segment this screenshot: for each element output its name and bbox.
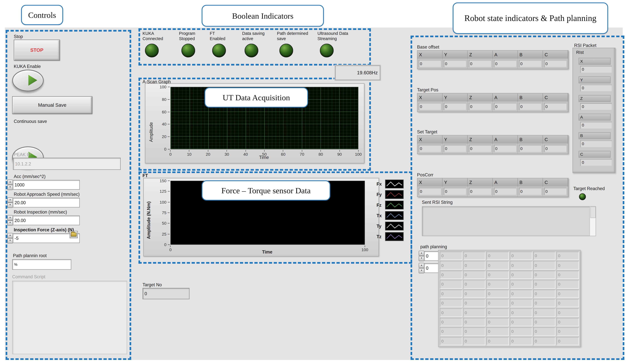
- axis-header: A: [493, 94, 518, 101]
- path-planning-cell[interactable]: 0: [533, 270, 556, 279]
- path-planning-cell[interactable]: 0: [533, 280, 556, 289]
- path-planning-cell[interactable]: 0: [510, 337, 532, 345]
- axis-value-cell: 0: [468, 186, 493, 197]
- path-planning-cell[interactable]: 0: [440, 270, 462, 279]
- path-planning-cell[interactable]: 0: [486, 289, 509, 298]
- path-planning-cell[interactable]: 0: [463, 318, 486, 326]
- path-planning-cell[interactable]: 0: [463, 280, 486, 289]
- indicator-label: Ultrasound DataStreaming: [317, 31, 360, 42]
- target-pos-label: Target Pos: [417, 87, 438, 92]
- path-planning-cell[interactable]: 0: [556, 261, 579, 269]
- path-planning-cell[interactable]: 0: [533, 337, 556, 345]
- path-planning-cell[interactable]: 0: [440, 327, 462, 336]
- legend-label: Tz: [377, 234, 383, 239]
- legend-item-Fz[interactable]: Fz: [377, 200, 408, 209]
- axis-value-cell: 0: [543, 186, 568, 197]
- path-planning-cell[interactable]: 0: [556, 327, 579, 336]
- path-planning-cell[interactable]: 0: [440, 318, 462, 326]
- axis-value-cell: 0: [493, 144, 518, 154]
- path-planning-cell[interactable]: 0: [440, 289, 462, 298]
- legend-item-Fy[interactable]: Fy: [377, 190, 408, 199]
- path-planning-cell[interactable]: 0: [463, 308, 486, 317]
- path-planning-cell[interactable]: 0: [510, 270, 532, 279]
- path-planning-cell[interactable]: 0: [463, 337, 486, 345]
- path-planning-cell[interactable]: 0: [463, 327, 486, 336]
- spinner-down-icon[interactable]: ▼: [419, 256, 424, 261]
- path-planning-cell[interactable]: 0: [486, 318, 509, 326]
- axis-header: Z: [468, 51, 493, 59]
- path-planning-cell[interactable]: 0: [533, 261, 556, 269]
- path-planning-cell[interactable]: 0: [463, 251, 486, 260]
- path-planning-cell[interactable]: 0: [486, 270, 509, 279]
- path-planning-cell[interactable]: 0: [440, 337, 462, 345]
- path-planning-cell[interactable]: 0: [486, 251, 509, 260]
- target-reached-led-icon: [579, 193, 586, 200]
- path-planning-cell[interactable]: 0: [556, 280, 579, 289]
- rsi-axis-value: 0: [580, 140, 612, 147]
- path-planning-cell[interactable]: 0: [486, 337, 509, 345]
- scrollbar[interactable]: [589, 207, 596, 236]
- path-planning-cell[interactable]: 0: [533, 318, 556, 326]
- path-planning-cell[interactable]: 0: [510, 261, 532, 269]
- path-planning-cell[interactable]: 0: [533, 299, 556, 307]
- path-planning-cell[interactable]: 0: [556, 318, 579, 326]
- path-planning-cell[interactable]: 0: [486, 308, 509, 317]
- rsi-axis-value: 0: [580, 103, 612, 110]
- path-planning-cell[interactable]: 0: [440, 251, 462, 260]
- path-planning-cell[interactable]: 0: [510, 299, 532, 307]
- rsi-axis-value: 0: [580, 159, 612, 166]
- spinner-up-icon[interactable]: ▲: [419, 263, 424, 268]
- boolean-indicator: Path determinedsave: [277, 31, 317, 61]
- path-planning-cell[interactable]: 0: [463, 289, 486, 298]
- path-planning-cell[interactable]: 0: [463, 270, 486, 279]
- boolean-indicator: FTEnabled: [210, 31, 242, 61]
- path-planning-cell[interactable]: 0: [556, 270, 579, 279]
- rsi-axis-header: X: [579, 58, 611, 65]
- spinner-up-icon[interactable]: ▲: [419, 251, 424, 256]
- path-planning-cell[interactable]: 0: [556, 308, 579, 317]
- scrollbar-thumb[interactable]: [590, 207, 596, 218]
- boolean-indicator-row: KUKAConnectedProgramStoppedFTEnabledData…: [142, 31, 364, 61]
- path-planning-cell[interactable]: 0: [440, 280, 462, 289]
- path-planning-cell[interactable]: 0: [510, 280, 532, 289]
- rsi-packet-cluster: RIst X0Y0Z0A0B0C0: [573, 48, 616, 173]
- path-planning-cell[interactable]: 0: [556, 299, 579, 307]
- legend-item-Ty[interactable]: Ty: [377, 222, 408, 231]
- path-planning-cell[interactable]: 0: [510, 251, 532, 260]
- path-planning-cell[interactable]: 0: [533, 289, 556, 298]
- path-planning-cell[interactable]: 0: [463, 299, 486, 307]
- path-planning-cell[interactable]: 0: [533, 251, 556, 260]
- path-planning-cell[interactable]: 0: [440, 299, 462, 307]
- path-planning-cell[interactable]: 0: [533, 308, 556, 317]
- axis-header: A: [493, 51, 518, 59]
- rsi-axis-header: Y: [579, 76, 611, 83]
- path-planning-cell[interactable]: 0: [486, 327, 509, 336]
- legend-item-Tz[interactable]: Tz: [377, 232, 408, 241]
- path-planning-cell[interactable]: 0: [510, 327, 532, 336]
- path-planning-cell[interactable]: 0: [556, 337, 579, 345]
- path-planning-cell[interactable]: 0: [440, 261, 462, 269]
- path-planning-cell[interactable]: 0: [556, 251, 579, 260]
- axis-value-cell: 0: [493, 186, 518, 197]
- poscorr-table: XYZABC000000: [417, 178, 569, 197]
- axis-header: C: [543, 94, 568, 101]
- spinner-down-icon[interactable]: ▼: [419, 268, 424, 273]
- legend-item-Fx[interactable]: Fx: [377, 180, 408, 189]
- index-spinner[interactable]: ▲▼: [419, 251, 423, 261]
- path-planning-cell[interactable]: 0: [486, 261, 509, 269]
- path-planning-cell[interactable]: 0: [486, 280, 509, 289]
- ut-data-acquisition-callout: UT Data Acquisition: [204, 87, 308, 108]
- path-planning-cell[interactable]: 0: [556, 289, 579, 298]
- index-spinner[interactable]: ▲▼: [419, 263, 423, 273]
- path-planning-cell[interactable]: 0: [463, 261, 486, 269]
- path-planning-cell[interactable]: 0: [510, 308, 532, 317]
- path-planning-cell[interactable]: 0: [440, 308, 462, 317]
- path-planning-cell[interactable]: 0: [486, 299, 509, 307]
- axis-header: Y: [442, 94, 468, 101]
- legend-item-Tx[interactable]: Tx: [377, 211, 408, 220]
- rsi-packet-label: RSI Packet: [574, 43, 596, 48]
- path-planning-cell[interactable]: 0: [533, 327, 556, 336]
- path-planning-cell[interactable]: 0: [510, 289, 532, 298]
- controls-region-outline: [6, 30, 131, 360]
- path-planning-cell[interactable]: 0: [510, 318, 532, 326]
